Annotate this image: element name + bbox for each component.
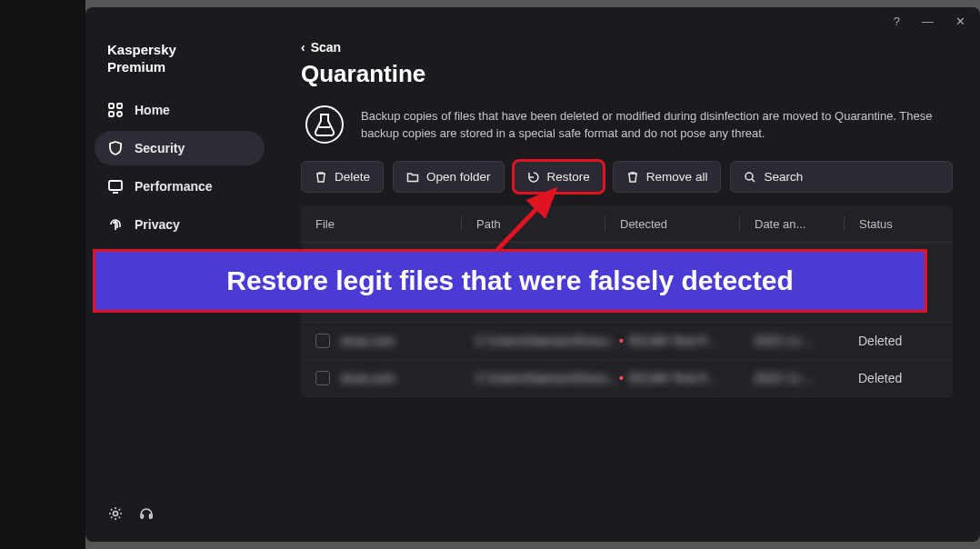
minimize-button[interactable]: —: [922, 15, 934, 28]
titlebar: ? — ✕: [85, 7, 980, 35]
cell-file: eicar.com: [341, 334, 475, 348]
sidebar-item-label: Home: [135, 103, 170, 117]
sidebar-item-security[interactable]: Security: [95, 131, 265, 165]
brand: Kaspersky Premium: [95, 35, 265, 93]
page-title: Quarantine: [301, 60, 953, 88]
row-checkbox[interactable]: [315, 371, 330, 385]
svg-rect-2: [109, 112, 114, 116]
column-detected[interactable]: Detected: [605, 216, 739, 231]
callout-text: Restore legit files that were falsely de…: [226, 265, 794, 296]
delete-button[interactable]: Delete: [301, 161, 384, 193]
cell-path: C:\Users\Samson\Docu...: [475, 334, 619, 348]
table-row[interactable]: eicar.com C:\Users\Samson\Docu... •EICAR…: [301, 323, 953, 360]
sidebar-item-label: Security: [135, 141, 185, 155]
column-date[interactable]: Date an...: [739, 216, 844, 231]
remove-all-button[interactable]: Remove all: [613, 161, 722, 193]
sidebar-item-privacy[interactable]: Privacy: [95, 207, 265, 242]
sidebar-item-home[interactable]: Home: [95, 93, 265, 127]
cell-status: Deleted: [858, 371, 938, 385]
fingerprint-icon: [107, 216, 124, 233]
cell-path: C:\Users\Samson\Docu...: [475, 371, 619, 385]
cell-date: 2022-11-...: [754, 334, 858, 348]
svg-rect-4: [109, 181, 122, 190]
quarantine-icon: [305, 105, 345, 145]
btn-label: Delete: [335, 170, 370, 184]
chevron-left-icon: ‹: [301, 40, 305, 55]
btn-label: Open folder: [426, 170, 491, 184]
cell-status: Deleted: [858, 334, 938, 348]
trash-icon: [315, 171, 327, 184]
table-header: File Path Detected Date an... Status: [301, 205, 953, 243]
sidebar-item-label: Privacy: [135, 217, 180, 232]
svg-point-8: [306, 106, 343, 143]
shield-icon: [107, 140, 124, 156]
settings-icon[interactable]: [107, 505, 124, 525]
annotation-callout: Restore legit files that were falsely de…: [93, 249, 927, 313]
brand-line2: Premium: [107, 59, 252, 76]
monitor-icon: [107, 178, 124, 195]
headset-icon[interactable]: [138, 505, 155, 525]
info-text: Backup copies of files that have been de…: [361, 107, 951, 143]
close-button[interactable]: ✕: [955, 15, 965, 28]
sidebar-item-performance[interactable]: Performance: [95, 169, 265, 204]
column-status[interactable]: Status: [844, 216, 938, 231]
svg-point-9: [745, 173, 753, 180]
folder-icon: [406, 171, 419, 184]
btn-label: Remove all: [646, 170, 708, 184]
cell-file: eicar.com: [341, 371, 475, 385]
column-path[interactable]: Path: [461, 216, 605, 231]
svg-point-3: [117, 112, 122, 116]
sidebar-footer: [95, 498, 265, 533]
help-icon[interactable]: ?: [894, 15, 900, 28]
search-button[interactable]: Search: [730, 161, 953, 193]
restore-icon: [527, 171, 540, 184]
row-checkbox[interactable]: [315, 334, 330, 348]
trash-icon: [626, 171, 639, 184]
table-row[interactable]: eicar.com C:\Users\Samson\Docu... •EICAR…: [301, 360, 953, 397]
info-box: Backup copies of files that have been de…: [301, 101, 953, 161]
cell-date: 2022-11-...: [754, 371, 858, 385]
svg-rect-0: [109, 104, 114, 108]
btn-label: Search: [764, 170, 803, 184]
btn-label: Restore: [547, 170, 590, 184]
breadcrumb-label: Scan: [311, 40, 341, 55]
home-icon: [107, 102, 124, 118]
cell-detected: •EICAR-Test-F...: [619, 371, 754, 385]
breadcrumb-back[interactable]: ‹ Scan: [301, 40, 953, 55]
svg-point-5: [114, 512, 118, 516]
brand-line1: Kaspersky: [107, 42, 252, 59]
column-file[interactable]: File: [315, 216, 461, 231]
open-folder-button[interactable]: Open folder: [393, 161, 505, 193]
toolbar: Delete Open folder Restore Remove all Se…: [301, 161, 953, 193]
restore-button[interactable]: Restore: [514, 161, 604, 193]
search-icon: [744, 171, 756, 184]
sidebar-item-label: Performance: [135, 179, 213, 194]
cell-detected: •EICAR-Test-F...: [619, 334, 754, 348]
svg-rect-1: [117, 104, 122, 108]
